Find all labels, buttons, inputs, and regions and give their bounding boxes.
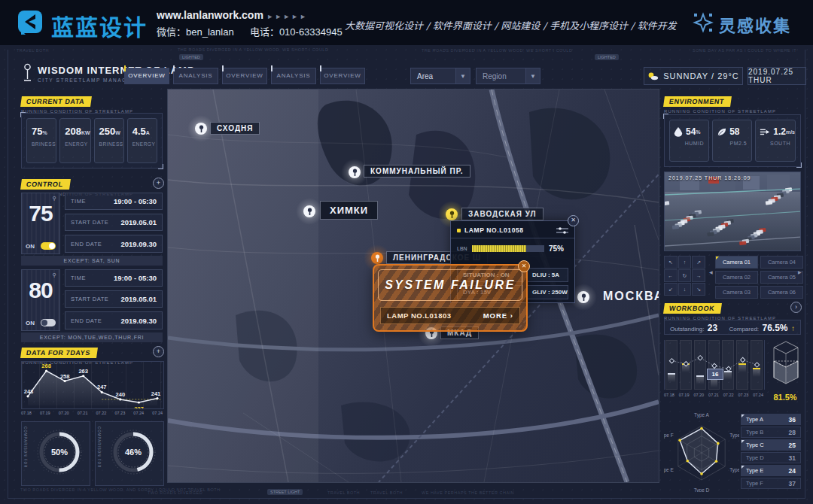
environment-label: ENVIRONMENT xyxy=(663,96,732,107)
inspiration-collect-label: 灵感收集 xyxy=(719,12,791,36)
decor-travel-both-3: TRAVEL BOTH xyxy=(370,490,403,495)
map-label-zavodskaya[interactable]: ЗАВОДСКАЯ УЛ xyxy=(461,208,544,220)
environment-subtitle: RUNNING CONDITION OF STREETLAMP xyxy=(664,109,776,114)
camera-04-button[interactable]: Camera 04 xyxy=(760,256,803,269)
type-f-row[interactable]: Type F37 xyxy=(741,478,801,489)
pan-down-left-button[interactable]: ↙ xyxy=(664,283,678,296)
dashboard-body: TRAVEL BOTH THE ROADS DIVERGED IN A YELL… xyxy=(0,45,813,504)
workbook-percent: 81.5% xyxy=(769,393,801,402)
camera-prev-icon[interactable]: ◀ xyxy=(709,269,713,275)
schedule-toggle[interactable] xyxy=(41,242,56,250)
camera-01-button[interactable]: Camera 01 xyxy=(715,256,758,269)
svg-text:258: 258 xyxy=(60,373,70,380)
camera-05-button[interactable]: Camera 05 xyxy=(760,271,803,284)
svg-text:237: 237 xyxy=(134,405,144,408)
time-row: TIME19:00 - 05:30 xyxy=(65,269,163,287)
pm25-card: 58 PM2.5 xyxy=(712,120,752,162)
type-b-row[interactable]: Type B28 xyxy=(741,427,801,438)
status-dot xyxy=(457,229,461,232)
svg-text:243: 243 xyxy=(24,388,34,395)
control-add-button[interactable]: + xyxy=(153,178,164,189)
camera-feed[interactable]: 2019.07.25 THUR 18:26:09 xyxy=(664,172,801,251)
pan-down-button[interactable]: ↓ xyxy=(678,283,692,296)
close-icon[interactable]: ✕ xyxy=(568,215,579,226)
reset-view-button[interactable]: ↻ xyxy=(678,269,692,282)
type-a-row[interactable]: Type A36 xyxy=(741,414,801,425)
camera-timestamp: 2019.07.25 THUR 18:26:09 xyxy=(668,175,751,181)
control-block-1: ⚲ 75 ON TIME19:00 - 05:30 START DATE2019… xyxy=(21,193,163,253)
except-days-2: EXCEPT: MON,TUE,WED,THUR,FRI xyxy=(21,332,163,342)
bar-tooltip: 16 xyxy=(707,369,723,380)
map-label-kommunalny[interactable]: КОММУНАЛЬНЫЙ ПР. xyxy=(364,165,470,178)
city-map[interactable]: СХОДНЯ КОММУНАЛЬНЫЙ ПР. ХИМКИ ЗАВОДСКАЯ … xyxy=(167,89,659,483)
brand-name: 蓝蓝设计 xyxy=(51,9,148,42)
stat-energy-a: 4.5A ENERGY xyxy=(127,118,157,163)
more-button[interactable]: MORE › xyxy=(483,311,513,320)
svg-text:240: 240 xyxy=(116,391,126,398)
power-cell: GLIV : 250W xyxy=(526,285,568,299)
control-block-2: ⚲ 80 ON TIME19:00 - 05:30 START DATE2019… xyxy=(21,269,163,329)
svg-text:241: 241 xyxy=(151,390,161,397)
end-date-row: END DATE2019.09.30 xyxy=(65,235,163,253)
pan-up-right-button[interactable]: ↗ xyxy=(692,256,705,269)
map-label-skhodnya[interactable]: СХОДНЯ xyxy=(210,122,260,135)
area-select[interactable]: Area ▼ xyxy=(410,68,470,84)
stat-briness-w: 250W BRINESS xyxy=(94,118,124,163)
map-pin-kommunalny[interactable] xyxy=(346,163,364,181)
phone-contact: 电话：010-63334945 xyxy=(250,26,343,38)
schedule-toggle[interactable] xyxy=(41,319,56,326)
type-radar-chart: Type AType BType CType DType EType F xyxy=(664,411,739,492)
workbook-more-button[interactable]: › xyxy=(790,302,802,313)
pan-right-button[interactable]: → xyxy=(692,269,705,282)
tab-overview-3[interactable]: OVERVIEW xyxy=(320,68,365,84)
camera-02-button[interactable]: Camera 02 xyxy=(715,271,758,284)
sliders-icon[interactable] xyxy=(556,226,568,234)
type-d-row[interactable]: Type D31 xyxy=(741,452,801,463)
chevron-down-icon[interactable]: ▼ xyxy=(525,68,540,83)
website-link[interactable]: www.lanlanwork.com xyxy=(157,9,263,21)
decor-travel-both: TRAVEL BOTH xyxy=(17,48,49,53)
gauge-value: 46% xyxy=(109,428,157,476)
services-text: 大数据可视化设计 / 软件界面设计 / 网站建设 / 手机及小程序设计 / 软件… xyxy=(345,18,677,32)
decor-diverged: TWO ROADS DIVERGED xyxy=(148,490,202,495)
right-column: ENVIRONMENT RUNNING CONDITION OF STREETL… xyxy=(664,45,801,504)
region-select[interactable]: Region ▼ xyxy=(476,68,540,84)
end-date-row: END DATE2019.09.30 xyxy=(65,311,163,329)
pan-up-left-button[interactable]: ↖ xyxy=(664,256,678,269)
workbook-label: WORKBOOK xyxy=(663,303,722,314)
decor-lighted-badge: LIGHTED xyxy=(179,54,203,60)
pan-left-button[interactable]: ← xyxy=(664,269,678,282)
brightness-level-box: ⚲ 75 ON xyxy=(21,193,60,254)
map-pin-khimki[interactable] xyxy=(300,202,318,220)
tab-overview-2[interactable]: OVERVIEW xyxy=(222,68,267,84)
brightness-bar[interactable] xyxy=(472,245,544,252)
humidity-card: 54% HUMID xyxy=(669,120,709,162)
pan-up-button[interactable]: ↑ xyxy=(678,256,692,269)
map-pin-skhodnya[interactable] xyxy=(192,120,210,138)
except-days-1: EXCEPT: SAT, SUN xyxy=(21,256,163,266)
droplet-icon xyxy=(674,126,683,137)
gauge-value: 50% xyxy=(35,428,84,476)
tab-overview-1[interactable]: OVERVIEW xyxy=(124,68,169,84)
arrows-decoration: ►►►►► xyxy=(266,13,308,20)
current-data-panel: 75% BRINESS 208KW ENERGY 250W BRINESS 4.… xyxy=(21,113,163,169)
map-label-moskva[interactable]: МОСКВА xyxy=(594,287,659,306)
type-e-row[interactable]: Type E24 xyxy=(741,465,801,476)
map-label-khimki[interactable]: ХИМКИ xyxy=(320,201,378,220)
tab-bar: OVERVIEW ANALYSIS OVERVIEW ANALYSIS OVER… xyxy=(124,68,365,84)
camera-panel: 2019.07.25 THUR 18:26:09 ↖↑↗ ←↻→ ↙↓↘ ◀ C… xyxy=(664,172,801,292)
data7-expand-button[interactable]: + xyxy=(153,346,164,357)
camera-next-icon[interactable]: ▶ xyxy=(798,269,802,275)
map-pin-moskva[interactable] xyxy=(574,288,592,306)
camera-06-button[interactable]: Camera 06 xyxy=(760,286,803,299)
tab-analysis-1[interactable]: ANALYSIS xyxy=(173,68,218,84)
tab-analysis-2[interactable]: ANALYSIS xyxy=(271,68,316,84)
pan-down-right-button[interactable]: ↘ xyxy=(692,283,705,296)
chevron-down-icon[interactable]: ▼ xyxy=(455,68,470,83)
inspiration-icon xyxy=(693,12,714,33)
camera-03-button[interactable]: Camera 03 xyxy=(715,286,758,299)
svg-text:247: 247 xyxy=(97,384,107,390)
svg-text:Type F: Type F xyxy=(664,433,674,439)
type-c-row[interactable]: Type C25 xyxy=(741,439,801,451)
svg-text:Type E: Type E xyxy=(664,467,674,473)
